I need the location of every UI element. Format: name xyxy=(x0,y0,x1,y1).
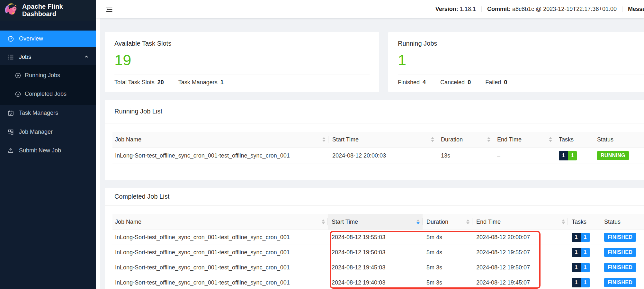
sidebar-scroll-track[interactable] xyxy=(96,18,100,289)
divider xyxy=(433,80,433,86)
table-row[interactable]: InLong-Sort-test_offline_sync_cron_001-t… xyxy=(112,230,644,245)
available-task-slots-value: 19 xyxy=(105,47,379,68)
sidebar-item-task-managers[interactable]: Task Managers xyxy=(0,105,96,121)
sidebar-item-job-manager[interactable]: Job Manager xyxy=(0,124,96,140)
jobs-submenu: Running Jobs Completed Jobs xyxy=(0,65,96,105)
job-name-cell[interactable]: InLong-Sort-test_offline_sync_cron_001-t… xyxy=(112,275,328,289)
sort-icon-descending-active xyxy=(416,220,420,224)
table-header-row: Job Name Start Time Duration End Time Ta… xyxy=(112,214,644,230)
sidebar-item-label: Job Manager xyxy=(19,129,53,135)
failed-count: Failed0 xyxy=(485,79,507,86)
sort-icon xyxy=(466,220,470,224)
status-badge: FINISHED xyxy=(604,263,636,272)
sidebar-item-overview[interactable]: Overview xyxy=(0,31,96,47)
flink-squirrel-logo-icon xyxy=(3,2,18,18)
sidebar-item-submit-new-job[interactable]: Submit New Job xyxy=(0,142,96,159)
card-footer: Total Task Slots20 Task Managers1 xyxy=(105,75,379,90)
divider xyxy=(171,80,171,86)
sidebar-item-label: Submit New Job xyxy=(19,147,61,154)
app-title: Apache Flink Dashboard xyxy=(22,3,96,18)
completed-job-list-card: Completed Job List Job Name Start Time D… xyxy=(105,188,644,289)
column-header-tasks: Tasks xyxy=(568,214,600,230)
card-title: Completed Job List xyxy=(105,188,644,206)
column-header-job-name[interactable]: Job Name xyxy=(112,132,328,148)
tasks-badges: 11 xyxy=(572,233,590,242)
status-badge: FINISHED xyxy=(604,248,636,257)
sidebar-item-label: Running Jobs xyxy=(25,72,60,79)
sort-icon xyxy=(322,220,325,224)
chevron-up-icon xyxy=(84,54,89,60)
tasks-badges: 11 xyxy=(572,263,590,272)
sort-icon xyxy=(549,137,552,142)
sort-icon xyxy=(487,137,490,142)
check-circle-icon xyxy=(14,91,22,98)
column-header-tasks: Tasks xyxy=(555,132,593,148)
card-footer: Finished4 Canceled0 Failed0 xyxy=(388,75,644,90)
card-title: Running Jobs xyxy=(388,32,644,47)
column-header-status: Status xyxy=(600,214,644,230)
table-row[interactable]: InLong-Sort-test_offline_sync_cron_001-t… xyxy=(112,275,644,289)
running-job-table: Job Name Start Time Duration End Time Ta… xyxy=(112,132,644,164)
version-info: Version: 1.18.1 xyxy=(435,6,476,13)
sidebar-item-completed-jobs[interactable]: Completed Jobs xyxy=(0,86,96,102)
sidebar: Apache Flink Dashboard Overview Jobs xyxy=(0,0,96,289)
sort-icon xyxy=(431,137,434,142)
sidebar-item-label: Overview xyxy=(19,35,43,42)
finished-count: Finished4 xyxy=(398,79,426,86)
table-row[interactable]: InLong-Sort-test_offline_sync_cron_001-t… xyxy=(112,148,644,164)
status-badge: FINISHED xyxy=(604,233,636,242)
divider xyxy=(622,6,622,12)
status-badge: FINISHED xyxy=(604,278,636,287)
sidebar-item-label: Completed Jobs xyxy=(25,91,67,97)
table-row[interactable]: InLong-Sort-test_offline_sync_cron_001-t… xyxy=(112,260,644,275)
tasks-badges: 11 xyxy=(572,278,590,287)
column-header-status: Status xyxy=(593,132,644,148)
table-row[interactable]: InLong-Sort-test_offline_sync_cron_001-t… xyxy=(112,245,644,260)
column-header-start-time[interactable]: Start Time xyxy=(328,132,437,148)
column-header-duration[interactable]: Duration xyxy=(423,214,472,230)
message-label: Message xyxy=(628,6,644,13)
divider xyxy=(481,6,482,12)
cluster-info: Version: 1.18.1 Commit: a8c8b1c @ 2023-1… xyxy=(435,0,644,18)
unordered-list-icon xyxy=(7,54,14,61)
job-name-cell[interactable]: InLong-Sort-test_offline_sync_cron_001-t… xyxy=(112,230,328,245)
job-name-cell[interactable]: InLong-Sort-test_offline_sync_cron_001-t… xyxy=(112,260,328,275)
sidebar-menu: Overview Jobs xyxy=(0,21,96,159)
column-header-duration[interactable]: Duration xyxy=(437,132,493,148)
canceled-count: Canceled0 xyxy=(440,79,471,86)
tasks-badges: 11 xyxy=(559,151,577,160)
card-title: Available Task Slots xyxy=(105,32,379,47)
column-header-end-time[interactable]: End Time xyxy=(472,214,568,230)
sidebar-item-jobs[interactable]: Jobs xyxy=(0,49,96,65)
running-jobs-value: 1 xyxy=(388,47,644,68)
completed-job-table: Job Name Start Time Duration End Time Ta… xyxy=(112,214,644,289)
top-bar: Version: 1.18.1 Commit: a8c8b1c @ 2023-1… xyxy=(96,0,644,18)
task-managers-count: Task Managers1 xyxy=(178,79,224,86)
sidebar-item-label: Task Managers xyxy=(19,110,58,116)
divider xyxy=(478,80,478,86)
running-jobs-card: Running Jobs 1 Finished4 Canceled0 Faile… xyxy=(388,32,644,92)
dashboard-icon xyxy=(7,35,14,42)
play-circle-icon xyxy=(14,72,22,79)
job-name-cell[interactable]: InLong-Sort-test_offline_sync_cron_001-t… xyxy=(112,148,328,164)
sort-icon xyxy=(562,220,565,224)
app-logo: Apache Flink Dashboard xyxy=(0,0,96,21)
calendar-icon xyxy=(7,110,14,117)
column-header-start-time[interactable]: Start Time xyxy=(328,214,423,230)
table-header-row: Job Name Start Time Duration End Time Ta… xyxy=(112,132,644,148)
menu-fold-icon[interactable] xyxy=(105,5,113,13)
upload-icon xyxy=(7,147,14,154)
sort-icon xyxy=(322,137,326,142)
sidebar-item-label: Jobs xyxy=(19,54,31,60)
running-job-list-card: Running Job List Job Name Start Time Dur… xyxy=(105,100,644,180)
commit-info: Commit: a8c8b1c @ 2023-12-19T22:17:36+01… xyxy=(487,6,617,13)
column-header-job-name[interactable]: Job Name xyxy=(112,214,328,230)
sidebar-item-running-jobs[interactable]: Running Jobs xyxy=(0,67,96,84)
tasks-badges: 11 xyxy=(572,248,590,257)
column-header-end-time[interactable]: End Time xyxy=(493,132,555,148)
card-title: Running Job List xyxy=(105,100,644,123)
available-task-slots-card: Available Task Slots 19 Total Task Slots… xyxy=(105,32,379,92)
job-name-cell[interactable]: InLong-Sort-test_offline_sync_cron_001-t… xyxy=(112,245,328,260)
total-task-slots: Total Task Slots20 xyxy=(114,79,164,86)
build-icon xyxy=(7,129,14,136)
